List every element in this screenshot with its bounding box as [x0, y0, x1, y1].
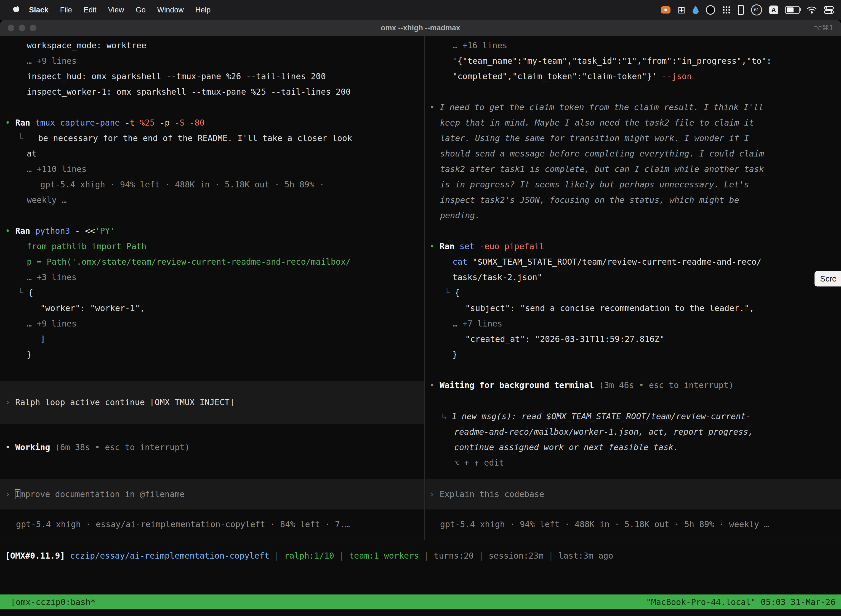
- dots-grid-icon[interactable]: [722, 6, 731, 14]
- horizontal-separator: [0, 540, 841, 540]
- terminal-line: "created_at": "2026-03-31T11:59:27.816Z": [425, 331, 841, 347]
- text-segment: ›: [5, 489, 15, 499]
- terminal-line: … +3 lines: [0, 270, 424, 285]
- text-segment: mprove documentation in @filename: [20, 489, 185, 499]
- text-segment: -p: [155, 118, 175, 128]
- menu-bar: Slack FileEditViewGoWindowHelp ⊞ 61 A: [0, 0, 841, 20]
- wifi-icon[interactable]: [807, 6, 817, 14]
- close-button[interactable]: [8, 25, 14, 31]
- text-segment: pending.: [440, 211, 480, 220]
- text-segment: weekly …: [27, 195, 67, 205]
- menu-go[interactable]: Go: [130, 6, 151, 14]
- terminal-line: "completed","claim_token":"claim-token"}…: [425, 69, 841, 84]
- pane-right: … +16 lines'{"team_name":"my-team","task…: [425, 36, 841, 540]
- menu-help[interactable]: Help: [189, 6, 217, 14]
- text-segment: continue assigned work or next feasible …: [454, 442, 678, 452]
- terminal-window: omx --xhigh --madmax ⌥⌘1 workspace_mode:…: [0, 20, 841, 616]
- terminal-line: ⌥ + ↑ edit: [425, 455, 841, 471]
- text-segment: └: [444, 288, 454, 298]
- traffic-lights: [8, 25, 37, 31]
- text-segment: team:1 workers: [349, 551, 419, 560]
- spacer: [425, 362, 841, 378]
- text-segment: … +110 lines: [27, 164, 86, 174]
- text-segment: at: [27, 149, 37, 158]
- terminal-line: at: [0, 146, 424, 161]
- terminal-line: … +9 lines: [0, 53, 424, 69]
- text-segment: %25: [140, 118, 155, 128]
- device-icon[interactable]: [738, 5, 744, 15]
- text-segment: I need to get the claim token from the c…: [440, 103, 763, 112]
- window-grid-icon[interactable]: ⊞: [678, 5, 686, 15]
- terminal-line: … +110 lines: [0, 161, 424, 177]
- text-segment: readme-and-reco/mailbox/worker-1.json, a…: [454, 427, 753, 437]
- apple-icon: [13, 5, 20, 15]
- zoom-button[interactable]: [30, 25, 37, 31]
- text-segment: cat: [453, 257, 472, 267]
- text-segment: }: [27, 350, 32, 359]
- tmux-session-label: [omx-cczip0:bash*: [0, 597, 95, 607]
- text-segment: from pathlib import Path: [27, 242, 146, 251]
- text-segment: gpt-5.4 xhigh · essay/ai-reimplementatio…: [16, 519, 350, 529]
- prompt-input[interactable]: › Improve documentation in @filename: [0, 479, 424, 509]
- text-segment: gpt-5.4 xhigh · 94% left · 488K in · 5.1…: [440, 519, 769, 529]
- text-segment: keep that in mind. Maybe I also need the…: [440, 118, 754, 128]
- terminal-line: }: [0, 347, 424, 362]
- prompt-input[interactable]: › Explain this codebase: [425, 479, 841, 509]
- terminal-line: keep that in mind. Maybe I also need the…: [425, 115, 841, 131]
- menu-app-name[interactable]: Slack: [23, 6, 54, 14]
- terminal-line: [OMX#0.11.9] cczip/essay/ai-reimplementa…: [0, 548, 841, 563]
- input-source-icon[interactable]: A: [769, 6, 778, 14]
- drop-icon[interactable]: [693, 6, 699, 14]
- terminal-line: • Ran tmux capture-pane -t %25 -p -S -80: [0, 115, 424, 131]
- terminal-line: … +7 lines: [425, 316, 841, 331]
- text-segment: turns:20: [434, 551, 474, 560]
- terminal-line: '{"team_name":"my-team","task_id":"1","f…: [425, 53, 841, 69]
- input-source-label: A: [771, 6, 776, 13]
- text-segment: … +9 lines: [27, 56, 77, 66]
- terminal-line: └ {: [0, 285, 424, 301]
- text-segment: "completed","claim_token":"claim-token"}…: [453, 72, 662, 81]
- text-segment: |: [544, 551, 558, 560]
- pane-left: workspace_mode: worktree… +9 linesinspec…: [0, 36, 425, 540]
- text-segment: be necessary for the end of the README. …: [28, 133, 352, 143]
- battery-icon[interactable]: [785, 6, 800, 14]
- text-segment: should send a message before completing …: [440, 149, 764, 158]
- text-segment: p = Path('.omx/state/team/review-current…: [27, 257, 351, 267]
- terminal-line: gpt-5.4 xhigh · essay/ai-reimplementatio…: [0, 517, 424, 532]
- text-segment: --json: [662, 72, 692, 81]
- text-segment: "worker": "worker-1",: [40, 303, 145, 313]
- gauge-icon[interactable]: 61: [751, 4, 762, 15]
- menu-window[interactable]: Window: [151, 6, 189, 14]
- control-center-icon[interactable]: [824, 6, 834, 14]
- spacer: [0, 424, 424, 440]
- terminal-line: workspace_mode: worktree: [0, 38, 424, 53]
- menu-items: FileEditViewGoWindowHelp: [54, 6, 217, 14]
- text-segment: Waiting for background terminal: [440, 380, 594, 390]
- text-segment: is in progress? It seems likely but perh…: [440, 180, 749, 189]
- minimize-button[interactable]: [19, 25, 25, 31]
- text-segment: (3m 46s • esc to interrupt): [594, 380, 734, 390]
- text-segment: … +16 lines: [453, 41, 507, 50]
- text-segment: ⌥ + ↑ edit: [454, 458, 504, 468]
- spacer: [425, 223, 841, 239]
- screen: { "menu_bar": { "app_name": "Slack", "it…: [0, 0, 841, 616]
- apple-menu[interactable]: [9, 5, 23, 15]
- window-title: omx --xhigh --madmax: [0, 24, 841, 32]
- terminal-line: should send a message before completing …: [425, 146, 841, 161]
- text-segment: Explain this codebase: [440, 489, 544, 499]
- disc-icon[interactable]: [706, 5, 715, 15]
- menu-view[interactable]: View: [103, 6, 130, 14]
- screen-share-overlay[interactable]: Scre: [815, 271, 841, 286]
- text-segment: … +9 lines: [27, 319, 77, 329]
- spacer: [425, 393, 841, 409]
- spacer: [0, 208, 424, 223]
- text-segment: "subject": "send a concise recommendatio…: [465, 303, 755, 313]
- spacer: [0, 509, 424, 517]
- screen-recording-indicator[interactable]: [661, 6, 671, 13]
- tmux-status-bar: [omx-cczip0:bash* "MacBook-Pro-44.local"…: [0, 594, 841, 609]
- terminal-line: p = Path('.omx/state/team/review-current…: [0, 254, 424, 270]
- text-segment: I: [15, 489, 20, 499]
- menu-edit[interactable]: Edit: [78, 6, 103, 14]
- menu-file[interactable]: File: [54, 6, 78, 14]
- window-title-bar[interactable]: omx --xhigh --madmax ⌥⌘1: [0, 20, 841, 36]
